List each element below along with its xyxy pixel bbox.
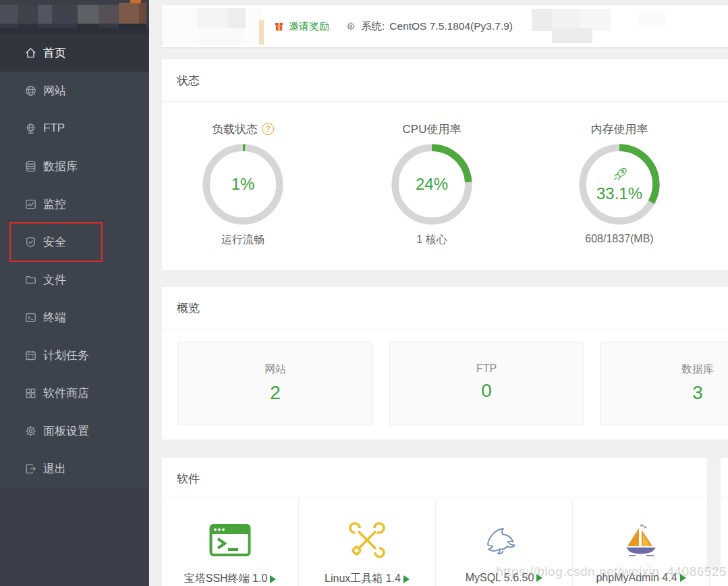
censored-block [259, 20, 264, 45]
gauge-subtext: 608/1837(MB) [585, 233, 653, 245]
system-label: 系统: [361, 20, 385, 34]
terminal-icon [24, 311, 37, 324]
gauge-value: 1% [231, 175, 255, 194]
scrollbar[interactable] [707, 458, 721, 570]
database-icon [24, 160, 37, 173]
monitor-icon [24, 198, 37, 211]
censored-logo [0, 0, 149, 34]
sidebar-item-label: 监控 [43, 196, 66, 212]
censored-block [162, 8, 197, 45]
gauge-cpu: CPU使用率 24% 1 核心 [351, 122, 513, 247]
gauge-label: CPU使用率 [403, 122, 461, 137]
sidebar-item-label: 文件 [43, 272, 66, 288]
main-content: 邀请奖励 系统: CentOS 7.5.1804(Py3.7.9) 状态 负载状… [149, 0, 728, 586]
sidebar-item-label: FTP [43, 122, 65, 135]
ssh-terminal-icon [209, 523, 251, 558]
censored-block [552, 28, 592, 43]
sidebar-item-label: 退出 [43, 461, 66, 477]
system-value: CentOS 7.5.1804(Py3.7.9) [389, 20, 513, 32]
gauge-label: 内存使用率 [591, 122, 648, 137]
sidebar-item-label: 终端 [43, 310, 66, 325]
gauge-label: 负载状态 [212, 122, 258, 137]
sidebar-item-terminal[interactable]: 终端 [0, 298, 149, 336]
sidebar-footer [0, 487, 149, 586]
sidebar-item-label: 网站 [43, 83, 66, 99]
app-linux-toolbox[interactable]: Linux工具箱 1.4 [299, 498, 436, 586]
home-icon [24, 47, 37, 59]
annotation-box-security [9, 222, 103, 262]
status-panel: 状态 负载状态 ? 1% 运行流畅 CPU使用率 [162, 59, 728, 270]
card-label: 数据库 [681, 363, 714, 377]
gift-icon [273, 21, 285, 32]
gauge-subtext: 运行流畅 [221, 233, 264, 247]
sidebar-item-label: 软件商店 [43, 385, 89, 401]
sidebar-item-ftp[interactable]: FTP [0, 109, 149, 147]
sidebar-item-home[interactable]: 首页 [0, 34, 149, 72]
sidebar-item-logout[interactable]: 退出 [0, 450, 149, 487]
sidebar-item-label: 数据库 [43, 159, 78, 174]
globe-icon [24, 84, 37, 97]
censored-block [552, 9, 580, 28]
sidebar-item-files[interactable]: 文件 [0, 261, 149, 298]
sidebar-item-database[interactable]: 数据库 [0, 147, 149, 185]
card-value: 0 [481, 380, 492, 402]
software-title: 软件 [162, 458, 728, 487]
divider [162, 101, 728, 102]
sidebar-item-label: 首页 [43, 45, 66, 61]
logout-icon [24, 462, 37, 475]
censored-block [638, 12, 665, 27]
sidebar-item-label: 面板设置 [43, 423, 89, 439]
help-icon[interactable]: ? [262, 123, 274, 135]
system-info: 系统: CentOS 7.5.1804(Py3.7.9) [345, 5, 513, 47]
calendar-icon [24, 349, 37, 362]
censored-block [227, 8, 246, 28]
sidebar-item-appstore[interactable]: 软件商店 [0, 374, 149, 412]
gear-icon [24, 425, 37, 437]
overview-card-website[interactable]: 网站 2 [178, 342, 372, 425]
gauge-value: 24% [416, 175, 448, 194]
rocket-icon [611, 165, 629, 184]
card-label: FTP [476, 363, 497, 375]
gear-icon [345, 21, 356, 32]
card-label: 网站 [264, 363, 286, 377]
app-label: 宝塔SSH终端 1.0 [184, 572, 268, 586]
ftp-globe-icon [24, 122, 37, 135]
censored-block [197, 8, 227, 28]
divider [162, 329, 728, 329]
sidebar-item-label: 计划任务 [43, 348, 89, 363]
gauge-value: 33.1% [596, 184, 642, 203]
linux-toolbox-icon [347, 521, 387, 560]
mysql-dolphin-icon [482, 524, 526, 556]
topbar: 邀请奖励 系统: CentOS 7.5.1804(Py3.7.9) [162, 5, 728, 47]
overview-card-database[interactable]: 数据库 3 [600, 342, 728, 425]
invite-reward-label: 邀请奖励 [289, 20, 329, 33]
invite-reward-link[interactable]: 邀请奖励 [273, 5, 329, 47]
sidebar-item-settings[interactable]: 面板设置 [0, 412, 149, 450]
app-label: Linux工具箱 1.4 [325, 572, 401, 586]
sidebar-item-website[interactable]: 网站 [0, 72, 149, 109]
status-title: 状态 [162, 59, 728, 88]
overview-panel: 概览 网站 2 FTP 0 数据库 3 [162, 287, 728, 440]
card-value: 2 [270, 382, 281, 404]
gauge-memory: 内存使用率 33.1% 608/18 [538, 122, 700, 245]
overview-title: 概览 [162, 287, 728, 316]
overview-card-ftp[interactable]: FTP 0 [389, 342, 584, 425]
run-icon[interactable] [403, 575, 410, 583]
run-icon[interactable] [270, 575, 276, 583]
phpmyadmin-sailboat-icon [622, 522, 660, 558]
watermark: https://blog.csdn.net/weixin_44086525 [496, 564, 727, 579]
card-value: 3 [692, 382, 703, 404]
sidebar-item-cron[interactable]: 计划任务 [0, 336, 149, 374]
gauge-load: 负载状态 ? 1% 运行流畅 [162, 122, 324, 247]
gauge-subtext: 1 核心 [416, 233, 447, 247]
app-bt-ssh-terminal[interactable]: 宝塔SSH终端 1.0 [162, 498, 299, 586]
sidebar: 首页 网站 FTP 数据库 监控 安全 文件 终端 [0, 0, 149, 586]
censored-block [532, 9, 552, 31]
folder-icon [24, 273, 37, 286]
app-grid-icon [24, 387, 37, 400]
sidebar-item-monitor[interactable]: 监控 [0, 185, 149, 223]
